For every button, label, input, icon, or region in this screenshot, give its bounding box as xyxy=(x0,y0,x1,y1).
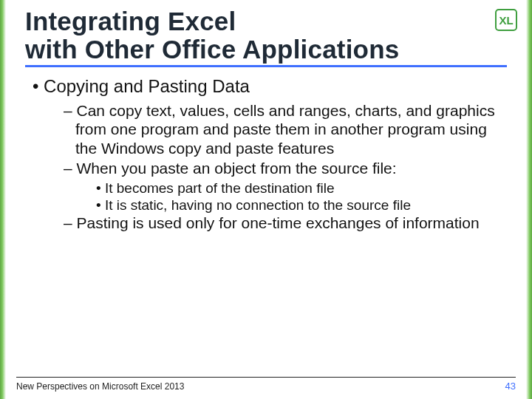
footer-rule xyxy=(16,377,516,378)
slide-body: Copying and Pasting Data Can copy text, … xyxy=(0,70,532,399)
bullet-lvl2-text: Pasting is used only for one-time exchan… xyxy=(77,214,480,231)
footer-row: New Perspectives on Microsoft Excel 2013… xyxy=(16,381,516,392)
accent-left xyxy=(0,0,6,399)
slide-title: Integrating Excel with Other Office Appl… xyxy=(25,7,507,64)
bullet-lvl2: Can copy text, values, cells and ranges,… xyxy=(64,101,507,158)
bullet-lvl2: When you paste an object from the source… xyxy=(64,159,507,178)
bullet-lvl2-text: Can copy text, values, cells and ranges,… xyxy=(75,102,495,157)
bullet-lvl1-text: Copying and Pasting Data xyxy=(44,76,250,96)
title-line-2: with Other Office Applications xyxy=(25,35,399,64)
title-line-1: Integrating Excel xyxy=(25,7,236,35)
slide-footer: New Perspectives on Microsoft Excel 2013… xyxy=(0,377,532,399)
bullet-lvl3: It becomes part of the destination file xyxy=(96,180,507,197)
title-underline xyxy=(25,65,507,67)
bullet-lvl2: Pasting is used only for one-time exchan… xyxy=(64,214,507,233)
slide: XL Integrating Excel with Other Office A… xyxy=(0,0,532,399)
xl-badge-icon: XL xyxy=(495,9,517,31)
accent-right xyxy=(526,0,532,399)
bullet-lvl3-text: It becomes part of the destination file xyxy=(105,180,335,196)
footer-text: New Perspectives on Microsoft Excel 2013 xyxy=(16,381,184,392)
bullet-lvl3-text: It is static, having no connection to th… xyxy=(105,197,411,213)
bullet-lvl2-text: When you paste an object from the source… xyxy=(77,160,397,177)
bullet-lvl1: Copying and Pasting Data xyxy=(33,76,507,97)
page-number: 43 xyxy=(505,381,516,392)
slide-header: Integrating Excel with Other Office Appl… xyxy=(0,0,532,70)
bullet-lvl3: It is static, having no connection to th… xyxy=(96,197,507,214)
